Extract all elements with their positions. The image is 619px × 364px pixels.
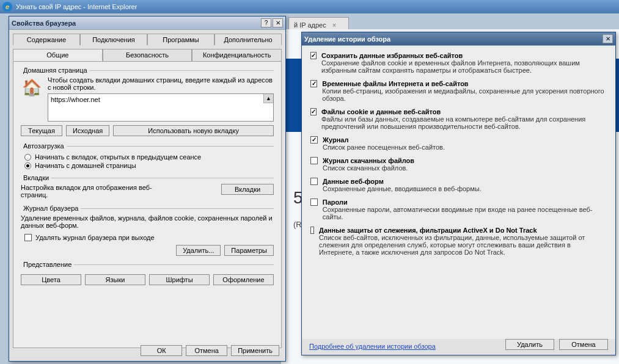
help-button[interactable]: ? xyxy=(261,18,271,27)
hist-title: Удаление истории обзора xyxy=(304,35,390,43)
style-button[interactable]: Оформление xyxy=(213,274,274,285)
background-tab[interactable]: й IP адрес × xyxy=(288,17,349,31)
tabs-button[interactable]: Вкладки xyxy=(221,184,274,195)
tab-security[interactable]: Безопасность xyxy=(103,49,192,61)
close-icon[interactable]: × xyxy=(332,21,336,29)
hist-item-title: Пароли xyxy=(323,198,607,206)
hist-item-desc: Список скачанных файлов. xyxy=(323,164,408,172)
check-delete-on-exit[interactable]: Удалять журнал браузера при выходе xyxy=(24,234,274,241)
hist-item: Данные защиты от слежения, фильтрации Ac… xyxy=(310,227,607,256)
homepage-url-input[interactable]: https://whoer.net ▲ xyxy=(48,93,274,122)
fonts-button[interactable]: Шрифты xyxy=(149,274,210,285)
hist-checkbox[interactable] xyxy=(310,198,318,206)
legend-appearance: Представление xyxy=(21,261,74,268)
hist-checkbox[interactable] xyxy=(310,80,317,87)
hist-item-desc: Сохраненные данные, вводившиеся в веб-фо… xyxy=(323,185,482,192)
tab-advanced[interactable]: Дополнительно xyxy=(214,34,282,45)
tab-body-general: Домашняя страница 🏠 Чтобы создать вкладк… xyxy=(13,61,282,348)
legend-home: Домашняя страница xyxy=(21,67,90,74)
hist-item-title: Временные файлы Интернета и веб-сайтов xyxy=(322,80,607,87)
hist-item: Сохранить данные избранных веб-сайтовСох… xyxy=(310,52,607,74)
hist-checkbox[interactable] xyxy=(310,108,317,115)
hist-body: Сохранить данные избранных веб-сайтовСох… xyxy=(302,46,615,339)
hist-item: Файлы cookie и данные веб-сайтовФайлы ил… xyxy=(310,108,607,130)
props-footer: ОК Отмена Применить xyxy=(141,345,279,356)
hist-cancel-button[interactable]: Отмена xyxy=(559,339,608,350)
ok-button[interactable]: ОК xyxy=(141,345,182,356)
hist-item: ЖурналСписок ранее посещенных веб-сайтов… xyxy=(310,136,607,151)
use-newtab-button[interactable]: Использовать новую вкладку xyxy=(113,125,274,136)
colors-button[interactable]: Цвета xyxy=(21,274,81,285)
hist-checkbox[interactable] xyxy=(310,136,318,144)
tab-programs[interactable]: Программы xyxy=(147,34,214,45)
ie-titlebar: e Узнать свой IP адрес - Internet Explor… xyxy=(0,0,619,13)
window-title: Узнать свой IP адрес - Internet Explorer xyxy=(16,3,137,10)
hist-item: ПаролиСохраненные пароли, автоматически … xyxy=(310,198,607,220)
scroll-up-icon[interactable]: ▲ xyxy=(263,94,273,103)
hist-delete-button[interactable]: Удалить xyxy=(505,339,554,350)
hist-item-title: Журнал скачанных файлов xyxy=(323,157,414,164)
hist-item-title: Файлы cookie и данные веб-сайтов xyxy=(321,108,607,115)
hist-item-desc: Список веб-сайтов, исключенных из фильтр… xyxy=(319,234,585,256)
tab-content[interactable]: Содержание xyxy=(13,34,80,45)
legend-journal: Журнал браузера xyxy=(21,205,81,212)
hist-checkbox[interactable] xyxy=(310,52,317,59)
hist-titlebar[interactable]: Удаление истории обзора ✕ xyxy=(302,32,615,46)
home-icon: 🏠 xyxy=(21,76,43,98)
hist-item-desc: Файлы или базы данных, создаваемые на ко… xyxy=(321,115,585,130)
hist-item: Журнал скачанных файловСписок скачанных … xyxy=(310,157,607,172)
hist-more-link[interactable]: Подробнее об удалении истории обзора xyxy=(309,343,436,350)
hist-item-title: Данные защиты от слежения, фильтрации Ac… xyxy=(319,227,607,234)
tabs-row-2: Общие Безопасность Конфиденциальность xyxy=(9,45,285,61)
default-button[interactable]: Исходная xyxy=(66,125,109,136)
tab-connections[interactable]: Подключения xyxy=(80,34,147,45)
hist-item-title: Журнал xyxy=(323,136,445,144)
tab-general[interactable]: Общие xyxy=(13,49,103,61)
ie-logo-icon: e xyxy=(2,2,12,12)
radio-start-tabs[interactable]: Начинать с вкладок, открытых в предыдуще… xyxy=(24,153,274,161)
delete-history-dialog: Удаление истории обзора ✕ Сохранить данн… xyxy=(301,32,616,355)
journal-hint: Удаление временных файлов, журнала, файл… xyxy=(21,214,274,229)
hist-checkbox[interactable] xyxy=(310,157,318,164)
hist-item-title: Данные веб-форм xyxy=(323,178,482,185)
hist-item: Данные веб-формСохраненные данные, вводи… xyxy=(310,178,607,192)
home-hint: Чтобы создать вкладки домашних страниц, … xyxy=(48,76,274,91)
legend-tabs: Вкладки xyxy=(21,174,51,181)
params-button[interactable]: Параметры xyxy=(224,245,274,256)
apply-button[interactable]: Применить xyxy=(231,345,279,356)
tabs-hint: Настройка вкладок для отображения веб-ст… xyxy=(21,184,167,198)
props-title: Свойства браузера xyxy=(12,20,76,27)
delete-button[interactable]: Удалить... xyxy=(176,245,221,256)
tab-privacy[interactable]: Конфиденциальность xyxy=(192,49,282,61)
current-button[interactable]: Текущая xyxy=(21,125,62,136)
props-titlebar[interactable]: Свойства браузера ? ✕ xyxy=(9,16,285,30)
hist-item-desc: Сохраненные пароли, автоматически вводим… xyxy=(323,206,593,220)
hist-item-desc: Сохранение файлов cookie и временных фай… xyxy=(321,59,580,74)
hist-close-button[interactable]: ✕ xyxy=(603,34,613,43)
cancel-button[interactable]: Отмена xyxy=(186,345,227,356)
close-button[interactable]: ✕ xyxy=(273,18,283,27)
radio-start-home[interactable]: Начинать с домашней страницы xyxy=(24,162,274,169)
languages-button[interactable]: Языки xyxy=(85,274,145,285)
hist-item-title: Сохранить данные избранных веб-сайтов xyxy=(321,52,607,59)
browser-properties-dialog: Свойства браузера ? ✕ Содержание Подключ… xyxy=(9,16,286,362)
hist-checkbox[interactable] xyxy=(310,227,314,234)
tabs-row-1: Содержание Подключения Программы Дополни… xyxy=(9,30,285,45)
hist-item-desc: Список ранее посещенных веб-сайтов. xyxy=(323,144,445,151)
legend-autoload: Автозагрузка xyxy=(21,142,67,150)
hist-item-desc: Копии веб-страниц, изображения и медиафа… xyxy=(322,87,604,102)
hist-checkbox[interactable] xyxy=(310,178,318,185)
hist-item: Временные файлы Интернета и веб-сайтовКо… xyxy=(310,80,607,102)
